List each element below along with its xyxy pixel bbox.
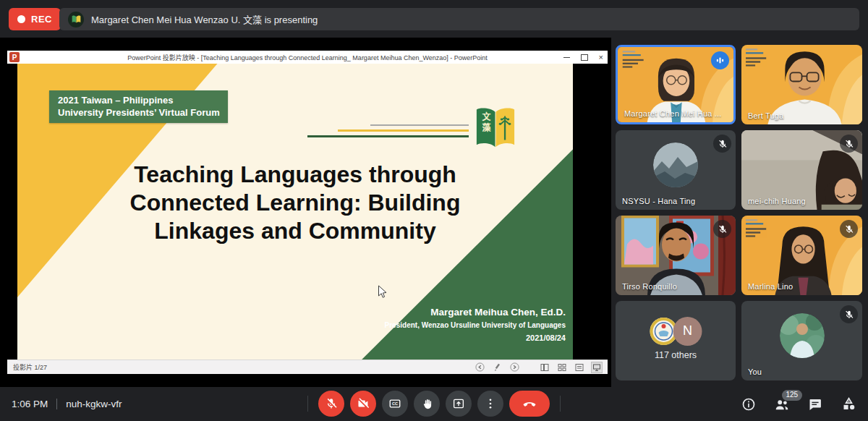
participant-name: Margaret Chen Mei Hua ... <box>624 109 722 118</box>
author-role: President, Wenzao Ursuline University of… <box>385 321 566 329</box>
raise-hand-icon <box>421 398 433 410</box>
powerpoint-statusbar: 投影片 1/27 <box>7 360 608 374</box>
presenting-banner: Margaret Chen Mei Hua Wenzao U. 文藻 is pr… <box>59 8 859 30</box>
recording-label: REC <box>31 14 52 25</box>
mic-muted-icon <box>713 220 731 238</box>
mic-off-icon <box>325 397 338 410</box>
meeting-code: nuh-kgkw-vfr <box>66 399 122 409</box>
participant-name: Marlina Lino <box>748 282 793 291</box>
author-name: Margaret Meihua Chen, Ed.D. <box>385 307 566 318</box>
participant-name: NSYSU - Hana Ting <box>622 197 695 205</box>
logo-text: 文藻 <box>481 112 490 134</box>
mouse-cursor <box>378 285 387 302</box>
mic-muted-icon <box>840 305 858 323</box>
powerpoint-window: P PowerPoint 投影片放映 - [Teaching Languages… <box>7 51 608 374</box>
end-call-button[interactable] <box>509 391 550 417</box>
participant-tile-hana[interactable]: NSYSU - Hana Ting <box>616 130 736 210</box>
next-slide-button[interactable] <box>509 362 519 373</box>
camera-off-icon <box>357 397 370 410</box>
participant-tile-margaret[interactable]: Margaret Chen Mei Hua ... <box>616 45 736 124</box>
participant-tile-meichih[interactable]: mei-chih Huang <box>741 130 862 210</box>
slide-counter: 投影片 1/27 <box>13 362 47 372</box>
reading-view-button[interactable] <box>574 362 584 373</box>
participant-name: mei-chih Huang <box>748 197 806 205</box>
overflow-avatars: N <box>650 317 702 346</box>
captions-icon: CC <box>388 397 401 410</box>
divider <box>560 396 561 412</box>
normal-view-button[interactable] <box>540 362 550 373</box>
decorative-line-gray <box>370 124 469 126</box>
people-button[interactable]: 125 <box>774 396 790 412</box>
slideshow-canvas: 2021 Taiwan – Philippines University Pre… <box>7 64 608 360</box>
participant-tile-others[interactable]: N 117 others <box>616 301 736 380</box>
camera-button[interactable] <box>350 391 376 417</box>
mic-muted-icon <box>840 220 858 238</box>
participant-name: Tirso Ronquillo <box>622 282 677 291</box>
svg-text:CC: CC <box>392 401 398 406</box>
present-button[interactable] <box>446 391 472 417</box>
meet-window: REC Margaret Chen Mei Hua Wenzao U. 文藻 i… <box>0 0 868 421</box>
avatar <box>653 143 698 187</box>
slide-title: Teaching Languages through Connected Lea… <box>17 161 573 245</box>
participant-name: You <box>748 367 762 376</box>
slide-title-line-1: Teaching Languages through <box>17 161 573 189</box>
participant-tile-bert[interactable]: Bert Tuga <box>741 45 862 124</box>
slide-title-line-3: Linkages and Community <box>17 217 573 245</box>
divider <box>307 396 308 412</box>
participants-grid: Margaret Chen Mei Hua ... <box>616 45 862 380</box>
presenting-text: Margaret Chen Mei Hua Wenzao U. 文藻 is pr… <box>91 12 318 26</box>
clock: 1:06 PM <box>12 399 48 409</box>
avatar <box>780 313 825 358</box>
end-call-icon <box>522 396 537 411</box>
letter-avatar: N <box>673 317 702 346</box>
present-screen-icon <box>452 397 465 410</box>
previous-slide-button[interactable] <box>475 362 485 373</box>
decorative-line-green <box>307 135 469 137</box>
minimize-icon[interactable] <box>563 57 570 58</box>
activities-icon <box>841 396 856 412</box>
chat-icon <box>808 397 822 412</box>
others-count: 117 others <box>616 350 736 360</box>
more-options-button[interactable] <box>477 391 503 417</box>
participant-tile-tirso[interactable]: Tirso Ronquillo <box>616 216 736 295</box>
wenzao-book-logo: 文藻 <box>475 106 516 152</box>
slide: 2021 Taiwan – Philippines University Pre… <box>17 64 573 360</box>
participant-tile-marlina[interactable]: Marlina Lino <box>741 216 862 295</box>
audio-activity-icon <box>711 51 729 69</box>
people-count-badge: 125 <box>782 390 802 401</box>
recording-badge: REC <box>9 8 61 30</box>
info-button[interactable] <box>741 396 757 412</box>
banner-line-2: University Presidents’ Virtual Forum <box>58 106 220 119</box>
divider <box>56 399 57 409</box>
presenter-logo-icon <box>68 12 84 27</box>
slide-sorter-button[interactable] <box>557 362 567 373</box>
mic-muted-icon <box>840 135 858 153</box>
recording-dot-icon <box>17 15 25 23</box>
bottom-bar: 1:06 PM nuh-kgkw-vfr <box>0 387 868 421</box>
more-vert-icon <box>484 397 497 410</box>
captions-button[interactable]: CC <box>382 391 408 417</box>
close-icon[interactable]: × <box>599 54 603 61</box>
activities-button[interactable] <box>841 396 856 412</box>
pen-tool-button[interactable] <box>492 362 502 373</box>
slideshow-view-button[interactable] <box>592 362 602 373</box>
mic-muted-icon <box>713 135 731 153</box>
shared-screen-stage: P PowerPoint 投影片放映 - [Teaching Languages… <box>0 38 611 387</box>
raise-hand-button[interactable] <box>414 391 440 417</box>
powerpoint-titlebar: P PowerPoint 投影片放映 - [Teaching Languages… <box>7 51 608 64</box>
participant-tile-you[interactable]: You <box>741 301 862 380</box>
forum-banner: 2021 Taiwan – Philippines University Pre… <box>49 90 228 123</box>
participant-name: Bert Tuga <box>748 111 784 120</box>
chat-button[interactable] <box>807 396 823 412</box>
decorative-line-yellow <box>338 129 469 132</box>
mic-button[interactable] <box>318 391 344 417</box>
restore-icon[interactable] <box>581 54 588 61</box>
slide-date: 2021/08/24 <box>385 333 566 342</box>
slide-title-line-2: Connected Learning: Building <box>17 189 573 217</box>
info-icon <box>741 397 756 412</box>
banner-line-1: 2021 Taiwan – Philippines <box>58 94 220 106</box>
author-block: Margaret Meihua Chen, Ed.D. President, W… <box>385 307 566 342</box>
window-title: PowerPoint 投影片放映 - [Teaching Languages t… <box>7 53 608 62</box>
